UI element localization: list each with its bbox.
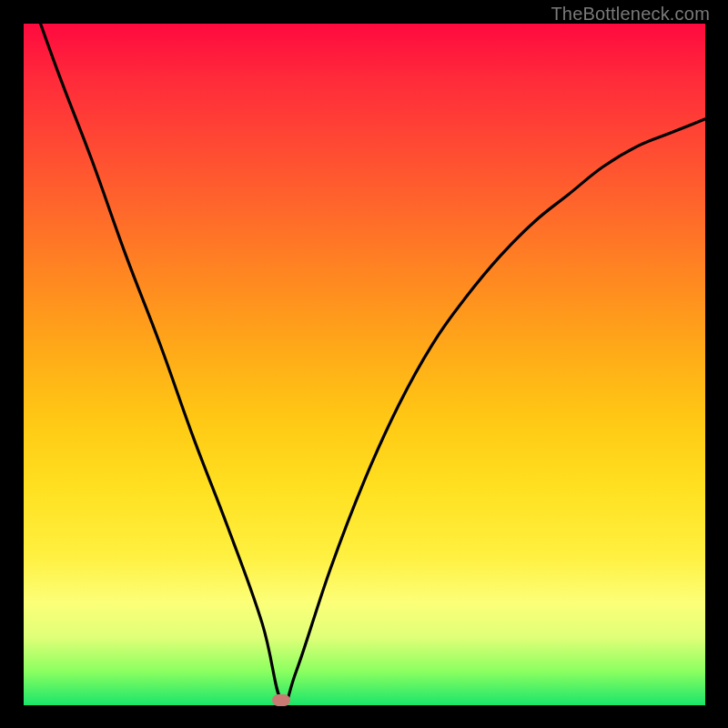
chart-frame: TheBottleneck.com [0, 0, 728, 728]
bottleneck-curve [24, 24, 705, 705]
attribution-text: TheBottleneck.com [551, 4, 710, 25]
minimum-marker-icon [272, 694, 290, 706]
